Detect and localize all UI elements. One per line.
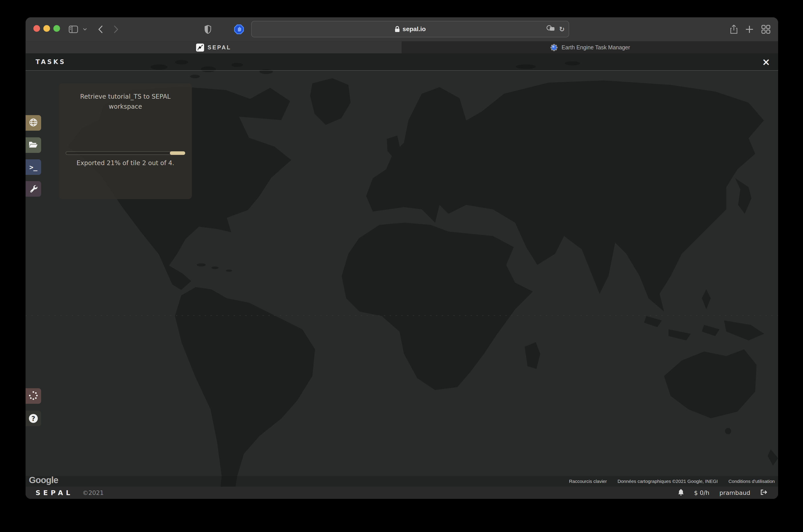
translate-icon[interactable] bbox=[546, 25, 555, 34]
help-icon: ? bbox=[29, 414, 38, 423]
lock-icon bbox=[395, 26, 400, 33]
spinner-icon bbox=[29, 391, 38, 401]
tasks-panel-header: TASKS × bbox=[25, 53, 778, 71]
username[interactable]: prambaud bbox=[720, 489, 750, 496]
task-progress-fill bbox=[170, 151, 185, 155]
bell-icon[interactable] bbox=[678, 489, 684, 497]
tab-sepal[interactable]: SEPAL bbox=[25, 41, 402, 54]
tab-overview-icon[interactable] bbox=[760, 17, 772, 41]
reload-icon[interactable]: ↻ bbox=[559, 25, 565, 33]
new-tab-icon[interactable] bbox=[744, 17, 755, 41]
sidebar-item-map[interactable] bbox=[25, 115, 41, 131]
window-minimize-button[interactable] bbox=[43, 25, 50, 32]
url-text: sepal.io bbox=[403, 25, 426, 33]
sidebar-toggle-icon[interactable] bbox=[67, 17, 79, 41]
map-data-attribution: Données cartographiques ©2021 Google, IN… bbox=[618, 479, 718, 484]
task-card: Retrieve tutorial_TS to SEPAL workspace … bbox=[59, 83, 192, 199]
earth-engine-favicon bbox=[550, 43, 558, 52]
forward-button[interactable] bbox=[111, 17, 121, 41]
chevron-down-icon[interactable] bbox=[81, 17, 88, 41]
privacy-shield-icon[interactable] bbox=[202, 17, 213, 41]
wrench-icon bbox=[29, 184, 38, 193]
footer-brand: SEPAL bbox=[36, 489, 73, 497]
back-button[interactable] bbox=[96, 17, 105, 41]
window-close-button[interactable] bbox=[33, 25, 40, 32]
close-icon[interactable]: × bbox=[760, 53, 772, 71]
map-attribution: Raccourcis clavier Données cartographiqu… bbox=[569, 476, 775, 487]
sidebar-item-files[interactable] bbox=[25, 137, 41, 153]
terminal-icon: >_ bbox=[29, 163, 37, 171]
sidebar-item-help[interactable]: ? bbox=[25, 411, 41, 426]
tab-earth-engine-label: Earth Engine Task Manager bbox=[562, 44, 630, 51]
folder-icon bbox=[29, 141, 38, 149]
logout-icon[interactable] bbox=[760, 489, 767, 497]
task-progress-bar bbox=[66, 151, 185, 155]
terms-of-use-link[interactable]: Conditions d'utilisation bbox=[729, 479, 775, 484]
share-icon[interactable] bbox=[728, 17, 740, 41]
tasks-panel-title: TASKS bbox=[36, 58, 66, 65]
tab-sepal-label: SEPAL bbox=[208, 44, 231, 51]
sidebar-item-terminal[interactable]: >_ bbox=[25, 159, 41, 175]
task-title: Retrieve tutorial_TS to SEPAL workspace bbox=[73, 92, 178, 112]
keyboard-shortcuts-link[interactable]: Raccourcis clavier bbox=[569, 479, 607, 484]
footer-copyright: ©2021 bbox=[82, 489, 104, 496]
app-footer: SEPAL ©2021 $ 0/h prambaud bbox=[25, 487, 778, 499]
tab-bar: SEPAL Earth Engine Task Manager bbox=[25, 41, 778, 53]
tab-earth-engine[interactable]: Earth Engine Task Manager bbox=[402, 41, 778, 54]
browser-toolbar: sepal.io ↻ bbox=[25, 17, 778, 41]
extension-hand-icon[interactable] bbox=[233, 17, 245, 41]
sidebar-item-apps[interactable] bbox=[25, 181, 41, 197]
sidebar-item-tasks-active[interactable] bbox=[25, 388, 41, 404]
sepal-favicon bbox=[196, 43, 204, 52]
globe-icon bbox=[29, 118, 38, 128]
url-bar[interactable]: sepal.io ↻ bbox=[251, 21, 569, 37]
window-zoom-button[interactable] bbox=[53, 25, 60, 32]
task-status-text: Exported 21% of tile 2 out of 4. bbox=[59, 159, 192, 167]
browser-window: sepal.io ↻ bbox=[25, 17, 778, 499]
google-logo: Google bbox=[29, 475, 58, 485]
usage-rate[interactable]: $ 0/h bbox=[694, 489, 709, 496]
sepal-page: TASKS × Retrieve tutorial_TS to SEPAL wo… bbox=[25, 53, 778, 499]
